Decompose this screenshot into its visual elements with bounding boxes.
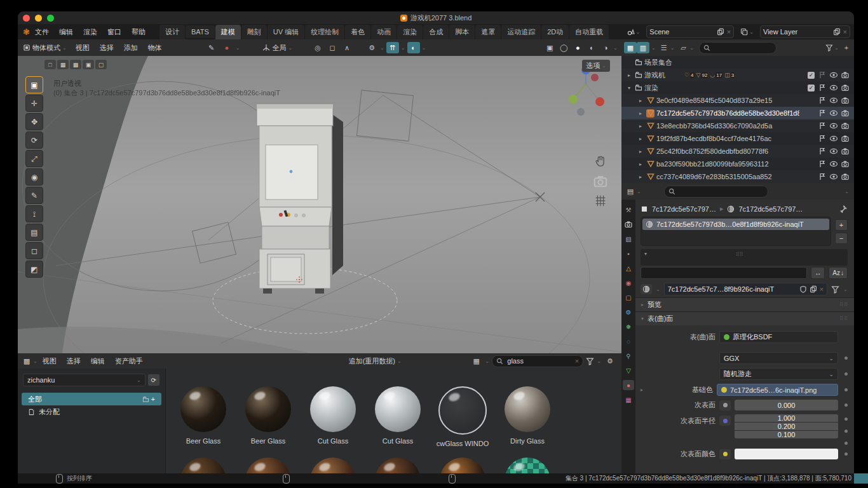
hide-eye-icon[interactable] <box>830 109 837 117</box>
outliner-row-object[interactable]: ▸ ba230f590bb21d80099bfa95963112 <box>621 158 854 170</box>
view-layer-selector[interactable]: View Layer × <box>760 25 850 38</box>
tab-uv-edit[interactable]: UV 编辑 <box>268 25 304 39</box>
sort-alpha-button[interactable]: Az↓ <box>829 267 848 279</box>
asset-menu-helper[interactable]: 资产助手 <box>110 355 148 368</box>
tool-measure[interactable]: ⟟ <box>25 205 43 222</box>
tool-rotate[interactable]: ⟳ <box>25 132 43 149</box>
proportional-editing-icon[interactable]: ◻ <box>326 42 339 53</box>
snap-target-icon[interactable]: ◎ <box>311 42 324 53</box>
unlink-material-icon[interactable]: × <box>820 285 824 293</box>
filter-expand-icon[interactable]: ▾ <box>644 251 647 257</box>
shading-rendered-icon[interactable]: ◑ <box>599 42 612 53</box>
animate-dot[interactable] <box>844 372 848 376</box>
tool-scale[interactable]: ⤢ <box>25 150 43 167</box>
render-camera-icon[interactable] <box>841 109 849 117</box>
hide-eye-icon[interactable] <box>830 135 837 142</box>
asset-item[interactable]: Cut Glass <box>366 386 430 445</box>
overlays-toggle-icon[interactable]: ◐ <box>407 42 420 53</box>
hide-eye-icon[interactable] <box>830 97 837 104</box>
tool-transform[interactable]: ◉ <box>25 168 43 186</box>
render-camera-icon[interactable] <box>841 122 849 130</box>
tab-mask[interactable]: 遮罩 <box>475 25 501 39</box>
duplicate-material-icon[interactable] <box>810 285 817 293</box>
hide-eye-icon[interactable] <box>830 160 837 168</box>
browse-material-icon[interactable] <box>641 284 652 294</box>
menu-render[interactable]: 渲染 <box>78 25 102 39</box>
refresh-library-icon[interactable]: ⟳ <box>147 374 160 386</box>
tool-cursor[interactable]: ✛ <box>25 95 43 112</box>
display-chevron-icon[interactable]: ⌄ <box>485 358 490 364</box>
collection-checkbox[interactable]: ✓ <box>808 72 815 79</box>
outliner-editor-icon[interactable]: ▦ <box>624 42 637 53</box>
tool-chevron-icon[interactable]: ⌄ <box>236 45 240 51</box>
selectable-flag-icon[interactable] <box>818 135 826 142</box>
outliner-row-collection-render[interactable]: ▾ 渲染 ✓ <box>621 81 854 94</box>
viewport-menu-view[interactable]: 视图 <box>71 41 95 55</box>
slot-filter-input[interactable] <box>641 267 807 279</box>
asset-item[interactable]: Beer Glass <box>236 386 300 445</box>
asset-browser-editor-icon[interactable]: ▩ <box>20 355 33 367</box>
tab-2d[interactable]: 2D动 <box>541 25 569 39</box>
add-catalog-icon[interactable]: + <box>151 395 155 403</box>
snap-chevron-icon[interactable]: ⌄ <box>401 45 405 51</box>
menu-window[interactable]: 窗口 <box>102 25 126 39</box>
gizmo-toggle-icon[interactable]: ⚙ <box>365 42 378 53</box>
outliner-row-collection-youxiji[interactable]: ▸ 游戏机 ♡4 ▽92 ◡17 ◫3 ✓ <box>621 69 854 81</box>
shading-chevron-icon[interactable]: ⌄ <box>613 45 618 51</box>
settings-gear-icon[interactable]: ⚙ <box>604 355 616 367</box>
asset-item[interactable]: Dirty Glass <box>496 386 559 445</box>
browse-material-chevron-icon[interactable]: ⌄ <box>656 287 660 292</box>
render-camera-icon[interactable] <box>841 84 849 92</box>
collection-pill-3[interactable]: ▩ <box>70 60 81 69</box>
outliner-search[interactable] <box>699 42 776 54</box>
material-name-field[interactable]: 7c172dc5e57c7…8f9b926c-inaqiT × <box>664 283 828 295</box>
shading-solid-icon[interactable]: ● <box>571 42 584 53</box>
tab-tool-icon[interactable]: ⚒ <box>623 205 634 215</box>
collection-pill-5[interactable]: ▢ <box>95 60 107 69</box>
hide-eye-icon[interactable] <box>830 122 837 130</box>
outliner-library-icon[interactable]: ▱ <box>677 42 689 53</box>
subsurface-slider[interactable]: 0.000 <box>735 400 838 410</box>
panel-grip-icon[interactable]: ⠿⠿ <box>839 316 848 322</box>
outliner-row-object[interactable]: ▸ 3e0cf0489e8584f5c5040d837a29e15 <box>621 94 854 107</box>
sss-method-dropdown[interactable]: 随机游走 ⌄ <box>719 368 838 380</box>
radius-y-slider[interactable]: 0.200 <box>735 423 838 430</box>
render-camera-icon[interactable] <box>841 173 849 180</box>
new-scene-icon[interactable] <box>717 28 724 36</box>
properties-search[interactable] <box>664 186 768 198</box>
collection-pill-4[interactable]: ▣ <box>83 60 94 69</box>
new-view-layer-icon[interactable] <box>833 28 841 36</box>
animate-dot[interactable] <box>844 388 848 391</box>
hide-eye-icon[interactable] <box>830 71 837 79</box>
animate-dot[interactable] <box>844 417 848 421</box>
selectable-flag-icon[interactable] <box>818 109 826 117</box>
panel-grip-icon[interactable]: ⠿⠿ <box>839 302 848 308</box>
scene-selector[interactable]: Scene × <box>646 25 734 38</box>
base-color-expand-icon[interactable]: ▸ <box>641 387 646 393</box>
material-filter-icon[interactable] <box>831 285 839 294</box>
tab-world-icon[interactable]: ◉ <box>623 278 634 288</box>
tool-move[interactable]: ✥ <box>25 113 43 130</box>
menu-file[interactable]: 文件 <box>30 25 54 39</box>
tab-texture-icon[interactable]: ▦ <box>623 395 634 405</box>
camera-view-icon[interactable] <box>593 174 607 188</box>
tab-render-icon[interactable] <box>623 219 634 229</box>
zoom-view-icon[interactable] <box>593 135 607 149</box>
proportional-falloff-icon[interactable]: ∧ <box>341 42 353 53</box>
outliner-display-mode-icon[interactable]: ▥ <box>637 42 649 53</box>
render-camera-icon[interactable] <box>841 97 849 104</box>
outliner-tree-icon[interactable]: ☰ <box>658 42 670 53</box>
asset-item[interactable] <box>431 458 494 473</box>
radius-z-slider[interactable]: 0.100 <box>735 431 838 438</box>
asset-filter-chevron-icon[interactable]: ⌄ <box>597 358 601 364</box>
sss-color-swatch[interactable] <box>735 449 838 459</box>
asset-library-dropdown[interactable]: zichanku ⌄ <box>23 374 146 386</box>
material-filter-chevron-icon[interactable]: ⌄ <box>843 287 848 292</box>
outliner-row-object[interactable]: ▸ cc737c4089d67e283b5315005aa852 <box>621 170 854 183</box>
panel-surface[interactable]: ▾ 表(曲)面 ⠿⠿ <box>635 311 854 325</box>
catalog-all[interactable]: 全部 + <box>22 393 161 405</box>
selectable-flag-icon[interactable] <box>818 97 826 104</box>
library-chevron-icon[interactable]: ⌄ <box>689 45 694 51</box>
distribution-dropdown[interactable]: GGX ⌄ <box>719 352 838 364</box>
menu-help[interactable]: 帮助 <box>126 25 151 39</box>
